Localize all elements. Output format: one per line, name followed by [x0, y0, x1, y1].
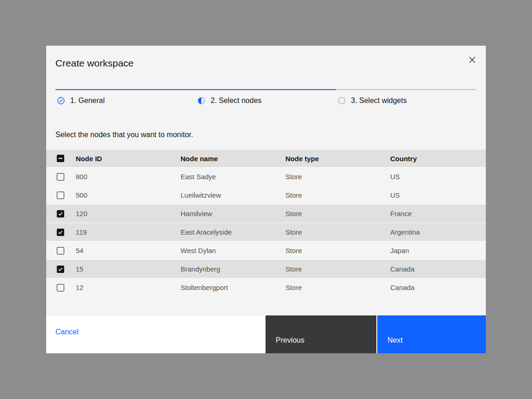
table-cell: Canada: [383, 278, 486, 296]
table-cell: Stoltenbergport: [173, 278, 278, 296]
table-cell: Hamilview: [173, 205, 278, 223]
table-cell: West Dylan: [173, 242, 278, 260]
select-all-checkbox[interactable]: [57, 155, 64, 162]
step-complete-check-icon: [57, 97, 65, 104]
row-checkbox-cell: [46, 205, 68, 223]
table-body: 800East SadyeStoreUS500LueilwitzviewStor…: [46, 167, 486, 297]
row-checkbox[interactable]: [57, 173, 64, 181]
row-checkbox-cell: [46, 260, 68, 278]
indeterminate-dash-icon: [59, 158, 62, 159]
table-row[interactable]: 119East AracelysideStoreArgentina: [46, 223, 486, 241]
nodes-table: Node ID Node name Node type Country 800E…: [46, 150, 486, 297]
modal-title: Create workspace: [55, 57, 477, 70]
create-workspace-modal: Create workspace 1. General: [46, 46, 486, 353]
row-checkbox[interactable]: [57, 284, 64, 291]
step-select-nodes[interactable]: 2. Select nodes: [196, 90, 336, 105]
close-button[interactable]: [465, 52, 479, 67]
column-header-country: Country: [383, 150, 486, 167]
table-row[interactable]: 54West DylanStoreJapan: [46, 241, 486, 260]
select-all-cell: [46, 150, 68, 167]
table-cell: Store: [278, 278, 383, 296]
progress-steps: 1. General 2. Select nodes 3. Select: [55, 90, 477, 105]
table-row[interactable]: 120HamilviewStoreFrance: [46, 204, 486, 223]
table-cell: Lueilwitzview: [173, 186, 278, 204]
table-cell: Store: [278, 260, 383, 278]
table-cell: 800: [68, 168, 173, 186]
table-cell: 12: [68, 278, 173, 296]
modal-header: Create workspace: [46, 46, 486, 70]
table-cell: East Sadye: [173, 168, 278, 186]
modal-description: Select the nodes that you want to monito…: [55, 130, 477, 139]
table-cell: 54: [68, 242, 173, 260]
row-checkbox[interactable]: [57, 229, 64, 236]
table-cell: Japan: [383, 242, 486, 260]
step-current-half-circle-icon: [198, 97, 205, 104]
table-header-row: Node ID Node name Node type Country: [46, 150, 486, 167]
previous-button[interactable]: Previous: [266, 315, 376, 353]
table-cell: Store: [278, 205, 383, 223]
step-label: 2. Select nodes: [211, 96, 261, 105]
row-checkbox[interactable]: [57, 210, 64, 218]
close-icon: [469, 56, 476, 63]
table-cell: Brandynberg: [173, 260, 278, 278]
table-row[interactable]: 800East SadyeStoreUS: [46, 167, 486, 186]
table-cell: US: [383, 168, 486, 186]
table-row[interactable]: 500LueilwitzviewStoreUS: [46, 186, 486, 204]
row-checkbox[interactable]: [57, 192, 64, 199]
step-label: 3. Select widgets: [351, 96, 407, 105]
table-cell: Store: [278, 223, 383, 241]
cancel-button[interactable]: Cancel: [55, 328, 79, 336]
table-cell: Store: [278, 186, 383, 204]
step-general[interactable]: 1. General: [55, 90, 196, 105]
step-select-widgets[interactable]: 3. Select widgets: [336, 90, 477, 105]
table-row[interactable]: 15BrandynbergStoreCanada: [46, 260, 486, 278]
table-cell: US: [383, 186, 486, 204]
column-header-node-type: Node type: [278, 150, 383, 167]
table-cell: Store: [278, 168, 383, 186]
table-cell: 500: [68, 186, 173, 204]
row-checkbox-cell: [46, 186, 68, 204]
next-button[interactable]: Next: [377, 315, 486, 353]
table-cell: 119: [68, 223, 173, 241]
column-header-node-name: Node name: [173, 150, 278, 167]
column-header-node-id: Node ID: [68, 150, 173, 167]
table-cell: 15: [68, 260, 173, 278]
table-cell: France: [383, 205, 486, 223]
step-label: 1. General: [70, 96, 105, 105]
table-cell: East Aracelyside: [173, 223, 278, 241]
modal-footer: Cancel Previous Next: [46, 315, 486, 353]
table-cell: Argentina: [383, 223, 486, 241]
table-row[interactable]: 12StoltenbergportStoreCanada: [46, 278, 486, 296]
page-overlay: Create workspace 1. General: [0, 0, 532, 399]
row-checkbox-cell: [46, 168, 68, 186]
cancel-area: Cancel: [46, 315, 266, 353]
row-checkbox[interactable]: [57, 266, 64, 273]
row-checkbox-cell: [46, 278, 68, 296]
table-cell: 120: [68, 205, 173, 223]
row-checkbox-cell: [46, 242, 68, 260]
step-incomplete-dashed-circle-icon: [338, 97, 345, 104]
row-checkbox[interactable]: [57, 247, 64, 254]
table-cell: Canada: [383, 260, 486, 278]
row-checkbox-cell: [46, 223, 68, 241]
table-cell: Store: [278, 242, 383, 260]
